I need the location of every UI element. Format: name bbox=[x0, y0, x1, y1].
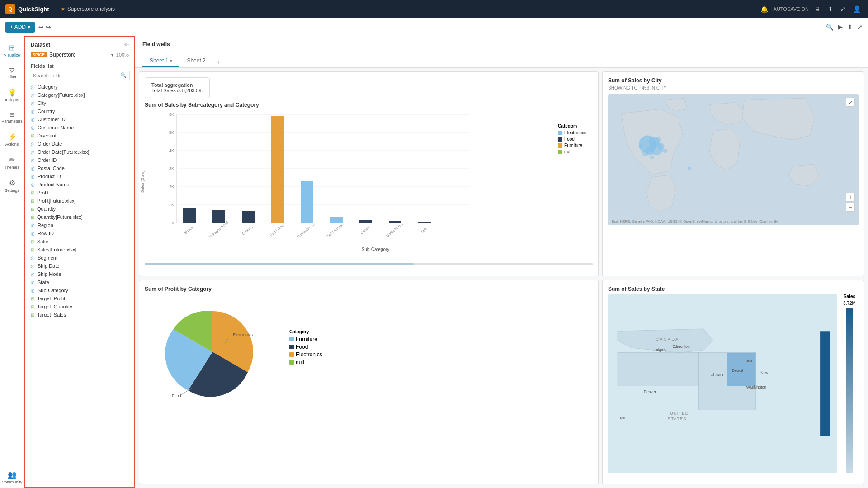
field-item-quantity[interactable]: ⊞Quantity bbox=[25, 205, 134, 213]
choropleth-svg: Edmonton Calgary Denver Chicago Detroit … bbox=[608, 294, 837, 474]
autosave-label: AUTOSAVE ON bbox=[774, 6, 809, 12]
share-toolbar-icon[interactable]: ⬆ bbox=[847, 24, 853, 31]
pie-color-food bbox=[289, 345, 294, 349]
add-sheet-button[interactable]: + bbox=[213, 57, 224, 67]
sidebar-item-actions[interactable]: ⚡ Actions bbox=[0, 129, 24, 150]
analysis-title: Superstore analysis bbox=[67, 6, 115, 12]
main-layout: ⊞ Visualize ▽ Filter 💡 Insights ⊟ Parame… bbox=[0, 36, 868, 488]
zoom-in-button[interactable]: + bbox=[846, 193, 855, 202]
dataset-selector[interactable]: SPICE Superstore ▾ 100% bbox=[25, 51, 134, 61]
field-item-sales[interactable]: ⊞Sales bbox=[25, 237, 134, 246]
field-item-country[interactable]: ◎Country bbox=[25, 107, 134, 115]
svg-text:New: New bbox=[760, 370, 769, 375]
search-fields-input[interactable] bbox=[33, 73, 118, 78]
search-toolbar-icon[interactable]: 🔍 bbox=[826, 24, 834, 31]
sheet1-chevron-icon: ▾ bbox=[170, 58, 172, 63]
sidebar-item-community[interactable]: 👥 Community bbox=[0, 467, 24, 488]
field-item-row-id[interactable]: ◎Row ID bbox=[25, 229, 134, 237]
add-button[interactable]: + ADD ▾ bbox=[5, 22, 35, 33]
field-item-target-profit[interactable]: ⊞Target_Profit bbox=[25, 294, 134, 303]
field-item-ship-mode[interactable]: ◎Ship Mode bbox=[25, 270, 134, 278]
edit-dataset-icon[interactable]: ✏ bbox=[124, 42, 129, 48]
legend-color-food bbox=[558, 137, 562, 142]
analysis-title-section: ★ Superstore analysis bbox=[55, 6, 115, 12]
preview-icon[interactable]: ▶ bbox=[838, 24, 843, 30]
dataset-label: Dataset bbox=[31, 42, 50, 48]
field-item-discount[interactable]: ⊞Discount bbox=[25, 132, 134, 140]
pie-legend-furniture: Furniture bbox=[289, 336, 322, 342]
fullscreen-icon[interactable]: ⤢ bbox=[857, 24, 863, 31]
field-type-icon: ⊞ bbox=[31, 313, 34, 317]
field-name-label: Segment bbox=[38, 255, 57, 261]
choropleth-content: Edmonton Calgary Denver Chicago Detroit … bbox=[608, 294, 859, 474]
field-item-region[interactable]: ◎Region bbox=[25, 221, 134, 229]
zoom-out-button[interactable]: − bbox=[846, 203, 855, 212]
pie-chart-card: Sum of Profit by Category bbox=[139, 280, 599, 485]
search-fields-icon: 🔍 bbox=[120, 72, 127, 78]
field-item-postal-code[interactable]: ◎Postal Code bbox=[25, 164, 134, 172]
field-item-target-quantity[interactable]: ⊞Target_Quantity bbox=[25, 303, 134, 311]
notification-icon[interactable]: 🔔 bbox=[759, 5, 770, 14]
field-name-label: Sales bbox=[37, 239, 50, 244]
pie-label-food: Food bbox=[296, 344, 308, 350]
field-type-icon: ◎ bbox=[31, 142, 35, 147]
field-name-label: Ship Date bbox=[38, 263, 59, 269]
field-item-customer-name[interactable]: ◎Customer Name bbox=[25, 123, 134, 132]
tab-sheet2[interactable]: Sheet 2 bbox=[179, 55, 212, 67]
field-item-product-name[interactable]: ◎Product Name bbox=[25, 180, 134, 189]
dashboard: Total aggregation Total Sales is 8,203.5… bbox=[135, 68, 868, 488]
field-item-ship-date[interactable]: ◎Ship Date bbox=[25, 262, 134, 270]
field-item-sales-future-xlsx-[interactable]: ⊞Sales[Future.xlsx] bbox=[25, 246, 134, 254]
svg-rect-51 bbox=[670, 352, 698, 386]
field-item-product-id[interactable]: ◎Product ID bbox=[25, 172, 134, 180]
svg-text:UNITED: UNITED bbox=[670, 410, 689, 415]
sidebar-item-filter[interactable]: ▽ Filter bbox=[0, 63, 24, 83]
pie-label-null: null bbox=[296, 359, 304, 365]
field-item-sub-category[interactable]: ◎Sub-Category bbox=[25, 286, 134, 294]
sidebar-item-visualize[interactable]: ⊞ Visualize bbox=[0, 40, 24, 61]
sidebar-label-actions: Actions bbox=[5, 142, 19, 147]
svg-text:Detroit: Detroit bbox=[732, 368, 743, 372]
field-item-target-sales[interactable]: ⊞Target_Sales bbox=[25, 311, 134, 319]
undo-button[interactable]: ↩ bbox=[38, 24, 44, 31]
choropleth-legend: Sales 3.72M bbox=[840, 294, 859, 474]
field-item-order-id[interactable]: ◎Order ID bbox=[25, 156, 134, 164]
field-name-label: Category[Future.xlsx] bbox=[38, 92, 85, 98]
bar-chart-scrollbar[interactable] bbox=[145, 263, 593, 265]
choropleth-title: Sum of Sales by State bbox=[608, 286, 859, 292]
sheet1-label: Sheet 1 bbox=[150, 57, 168, 64]
expand-icon[interactable]: ⤢ bbox=[839, 5, 848, 14]
field-item-state[interactable]: ◎State bbox=[25, 278, 134, 286]
field-item-segment[interactable]: ◎Segment bbox=[25, 254, 134, 262]
field-item-category-future-xlsx-[interactable]: ◎Category[Future.xlsx] bbox=[25, 91, 134, 99]
dataset-chevron-icon: ▾ bbox=[111, 52, 113, 57]
field-item-customer-id[interactable]: ◎Customer ID bbox=[25, 115, 134, 123]
field-item-profit[interactable]: ⊞Profit bbox=[25, 189, 134, 197]
tab-sheet1[interactable]: Sheet 1 ▾ bbox=[142, 55, 179, 67]
share-icon[interactable]: ⬆ bbox=[826, 5, 835, 14]
monitor-icon[interactable]: 🖥 bbox=[812, 5, 822, 14]
pie-chart-title: Sum of Profit by Category bbox=[145, 286, 593, 292]
fields-label: Fields list bbox=[25, 61, 134, 71]
field-item-order-date-future-xlsx-[interactable]: ◎Order Date[Future.xlsx] bbox=[25, 148, 134, 156]
svg-text:Toronto: Toronto bbox=[744, 358, 756, 363]
sidebar-item-themes[interactable]: ✏ Themes bbox=[0, 152, 24, 173]
field-item-category[interactable]: ◎Category bbox=[25, 83, 134, 91]
user-icon[interactable]: 👤 bbox=[851, 5, 863, 14]
map-expand-button[interactable]: ⤢ bbox=[846, 98, 855, 107]
field-item-city[interactable]: ◎City bbox=[25, 99, 134, 107]
field-item-profit-future-xlsx-[interactable]: ⊞Profit[Future.xlsx] bbox=[25, 197, 134, 205]
field-item-quantity-future-xlsx-[interactable]: ⊞Quantity[Future.xlsx] bbox=[25, 213, 134, 221]
sidebar-item-settings[interactable]: ⚙ Settings bbox=[0, 175, 24, 196]
field-item-order-date[interactable]: ◎Order Date bbox=[25, 140, 134, 148]
field-type-icon: ⊞ bbox=[31, 207, 34, 212]
field-type-icon: ◎ bbox=[31, 109, 35, 114]
field-name-label: Row ID bbox=[38, 231, 54, 236]
sidebar-label-insights: Insights bbox=[5, 98, 19, 102]
filter-icon: ▽ bbox=[9, 66, 14, 74]
sidebar-item-parameters[interactable]: ⊟ Parameters bbox=[0, 108, 24, 127]
sidebar-item-insights[interactable]: 💡 Insights bbox=[0, 85, 24, 106]
dataset-percent: 100% bbox=[116, 52, 129, 57]
content-area: Field wells Sheet 1 ▾ Sheet 2 + Total ag… bbox=[135, 36, 868, 488]
redo-button[interactable]: ↪ bbox=[46, 24, 51, 31]
